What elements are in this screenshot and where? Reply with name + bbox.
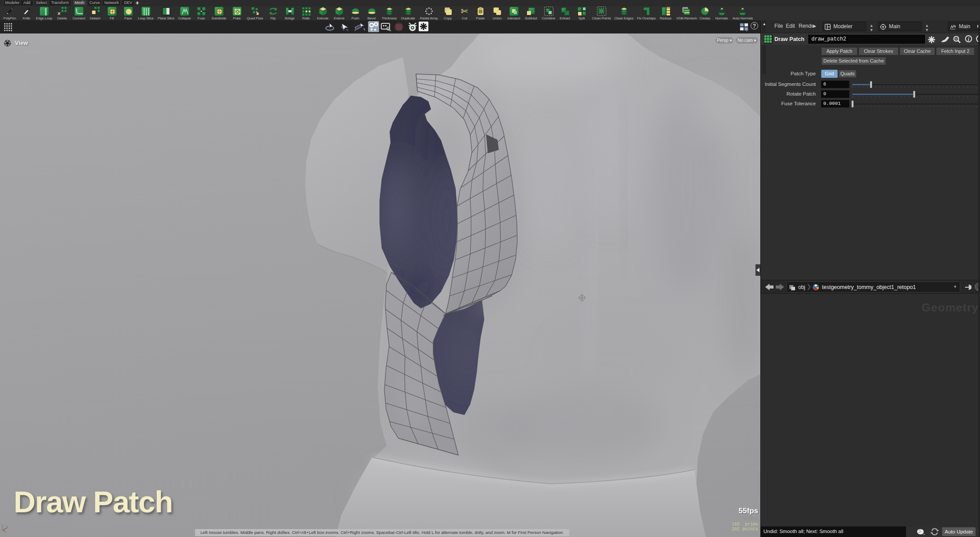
svg-text:y: y — [7, 525, 8, 528]
